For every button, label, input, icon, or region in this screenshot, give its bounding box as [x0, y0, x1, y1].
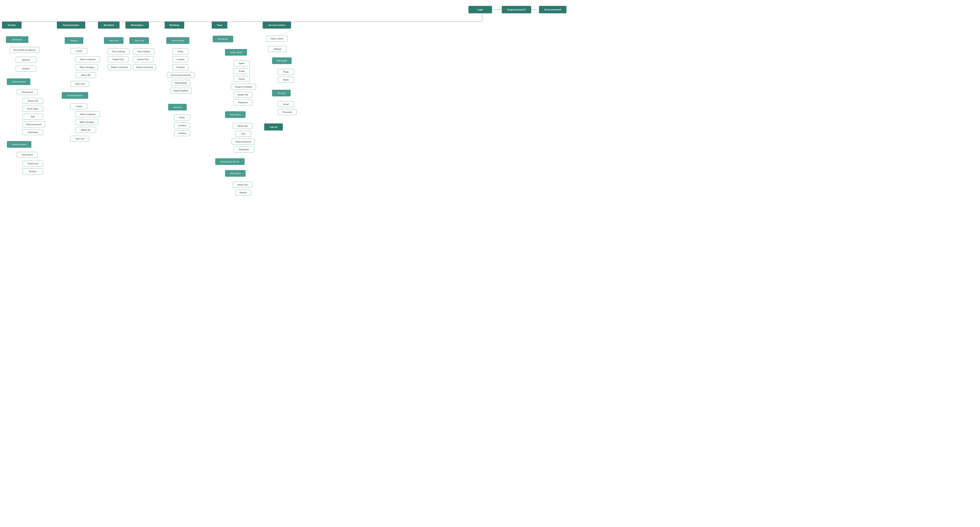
restore-tenant-node: Restore — [22, 168, 43, 175]
team-node[interactable]: Team — [212, 22, 228, 29]
notices-create-node: Create — [70, 48, 87, 54]
decline-node: Decline — [16, 66, 36, 71]
add-photo-node: Photo — [174, 114, 190, 121]
admin-name-node: Name — [234, 60, 250, 66]
buildings-node[interactable]: Buildings — [165, 22, 184, 29]
add-new-node[interactable]: Add new — [168, 104, 187, 111]
account-node[interactable]: Account — [272, 90, 291, 96]
send-notice-node: Send notice — [22, 106, 43, 112]
bld-delete-node: Delete Building — [170, 88, 192, 94]
add-contacts-node: Contacts — [174, 130, 190, 136]
marketplace-view-post-node[interactable]: View Post — [129, 37, 149, 44]
ep-name-node: Name — [278, 77, 294, 83]
ep-photo-node: Photo — [278, 69, 294, 75]
all-tenants-node[interactable]: All tenants — [6, 36, 29, 43]
notices-select-recipients-node: Select recipients — [75, 56, 100, 62]
deact-admin-info-node: Admin info — [233, 182, 253, 188]
deact-view-admin-node[interactable]: View admin — [225, 170, 246, 177]
marketplace-node[interactable]: Marketplace — [126, 22, 149, 29]
reset-password-node[interactable]: Reset password — [539, 6, 566, 13]
admin-info-node: Admin info — [233, 123, 253, 129]
acc-settings-node: Settings — [268, 46, 287, 52]
notices-node[interactable]: Notices — [65, 37, 83, 44]
deactivated-admins-node[interactable]: Deactivated admins — [215, 158, 245, 165]
admin-reset-password-node: Reset password — [232, 139, 255, 144]
edit-profile-node[interactable]: Edit profile — [272, 57, 292, 64]
ann-select-recipients-node: Select recipients — [75, 111, 100, 117]
ann-create-node: Create — [70, 103, 87, 110]
deactivate-node: Deactivate — [22, 129, 43, 135]
edit-tenant-node: Edit — [22, 114, 43, 119]
nf-delete-comments-node: Delete Comments — [108, 64, 131, 70]
inactive-tenants-node[interactable]: Inactive tenants — [7, 141, 31, 148]
newsfeed-node[interactable]: Newsfeed — [98, 22, 119, 29]
admin-deactivate-node: Deactivate — [234, 146, 254, 152]
admin-assign-building-node: Assign to building — [231, 84, 256, 90]
forgot-password-node[interactable]: Forgot password? — [502, 6, 531, 13]
account-section-node[interactable]: Account section — [262, 22, 291, 29]
view-tenant-active-node: View tenant — [17, 89, 38, 95]
active-tenants-node[interactable]: Active tenants — [7, 78, 30, 85]
tenant-info-inactive-node: Tenant Info — [22, 160, 43, 167]
communication-node[interactable]: Communication — [57, 22, 85, 29]
ann-view-sent-node: View sent — [70, 136, 89, 142]
nf-post-contents-node: Post contents — [108, 49, 129, 54]
notices-view-sent-node: View sent — [70, 81, 89, 87]
newsfeed-view-post-node[interactable]: View Post — [104, 37, 124, 44]
diagram-container: Login Forgot password? Reset password Te… — [0, 0, 980, 527]
reset-password-tenant-node: Reset password — [22, 121, 45, 127]
new-tenants-node: New Tenants (to approve) — [10, 47, 39, 53]
admin-password-node: Password — [234, 100, 252, 105]
approve-node: Approve — [16, 57, 36, 63]
bld-photo-node: Photo — [172, 49, 189, 54]
ann-attach-file-node: Attach file — [75, 127, 96, 133]
acc-name-photo-node: Name, photo — [266, 36, 288, 41]
add-location-node: Location — [174, 122, 190, 128]
create-admin-node[interactable]: Create admin — [225, 49, 247, 56]
bld-location-node: Location — [172, 56, 189, 62]
admin-edit-node: Edit — [235, 131, 251, 137]
acc-password-node: Password — [278, 109, 296, 115]
view-admin-node[interactable]: View admin — [225, 111, 246, 118]
nf-delete-post-node: Delete Post — [108, 56, 128, 62]
deact-restore-node: Restore — [235, 190, 251, 195]
tenant-info-active-node: Tenant Info — [22, 98, 43, 104]
bld-edit-node: Edit Building — [172, 80, 190, 86]
tenants-node[interactable]: Tenants — [2, 22, 22, 29]
log-out-node[interactable]: Log out — [264, 124, 283, 130]
notices-attach-file-node: Attach file — [75, 72, 96, 78]
login-node[interactable]: Login — [468, 6, 492, 13]
ann-write-message-node: Write message — [75, 119, 98, 125]
bld-contacts-node: Contacts — [172, 64, 189, 70]
notices-write-message-node: Write message — [75, 64, 98, 70]
admin-phone-node: Phone — [234, 76, 250, 82]
view-building-node[interactable]: View Building — [166, 37, 189, 44]
mp-delete-comments-node: Delete Comments — [133, 64, 156, 70]
mp-delete-post-node: Delete Post — [133, 56, 153, 62]
all-admins-node[interactable]: All admins — [213, 36, 233, 42]
bld-send-announcement-node: Send announcement — [167, 72, 194, 78]
admin-email-node: Email — [234, 68, 250, 74]
admin-assign-role-node: Assign role — [234, 92, 252, 98]
mp-post-contents-node: Post contents — [133, 49, 154, 54]
view-tenant-inactive-node: View tenant — [17, 152, 38, 158]
acc-email-node: Email — [278, 101, 294, 107]
announcements-node[interactable]: Announcements — [62, 92, 88, 99]
connector-lines — [0, 0, 980, 527]
